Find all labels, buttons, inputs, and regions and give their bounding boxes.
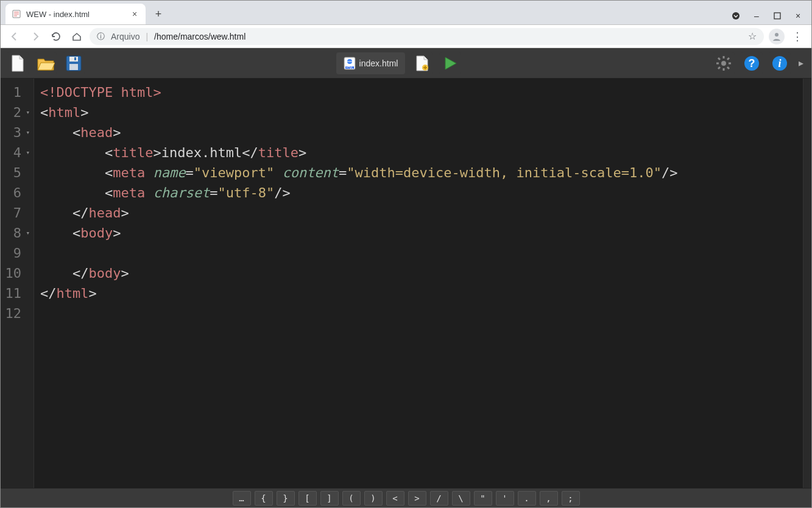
- line-number-gutter: 1 2 3 4 5 6 7 8 9 10 11 12: [1, 79, 34, 488]
- svg-rect-5: [69, 57, 78, 62]
- code-token: "viewport": [194, 165, 274, 180]
- url-path: /home/marcos/wew.html: [154, 32, 245, 41]
- browser-tabbar: WEW - index.html × + – ×: [1, 1, 811, 25]
- code-token: <: [105, 165, 113, 180]
- url-scheme-label: Arquivo: [111, 32, 139, 41]
- code-token: >: [121, 205, 129, 220]
- symbol-button[interactable]: }: [277, 491, 295, 506]
- code-token: meta: [113, 185, 145, 200]
- line-number: 11: [1, 283, 31, 303]
- svg-rect-7: [74, 57, 76, 60]
- code-token: </: [72, 205, 89, 220]
- line-number: 2: [1, 102, 31, 122]
- new-file-button[interactable]: [7, 52, 29, 74]
- code-token: index.html: [161, 145, 242, 160]
- tab-close-icon[interactable]: ×: [130, 9, 139, 19]
- reload-button[interactable]: [48, 29, 64, 44]
- url-separator: |: [146, 32, 148, 41]
- caret-down-icon[interactable]: [731, 11, 741, 21]
- code-token: =: [210, 185, 217, 200]
- symbol-button[interactable]: [: [298, 491, 317, 506]
- save-file-button[interactable]: [63, 52, 85, 74]
- code-token: <: [105, 185, 113, 200]
- forward-button[interactable]: [27, 29, 43, 44]
- svg-point-3: [775, 33, 778, 37]
- code-token: head: [80, 125, 113, 140]
- browser-menu-icon[interactable]: ⋮: [789, 29, 805, 44]
- symbol-button[interactable]: ;: [562, 491, 580, 506]
- code-token: body: [80, 225, 113, 241]
- svg-point-1: [732, 12, 740, 19]
- symbol-button[interactable]: ,: [540, 491, 558, 506]
- help-button[interactable]: ?: [741, 52, 763, 74]
- code-token: <!DOCTYPE html>: [40, 85, 161, 100]
- info-button[interactable]: i: [769, 52, 791, 74]
- line-number: 3: [1, 122, 31, 143]
- svg-text:i: i: [778, 57, 781, 69]
- code-token: "width=device-width, initial-scale=1.0": [347, 165, 662, 180]
- back-button[interactable]: [7, 29, 23, 44]
- code-token: >: [113, 225, 121, 241]
- svg-point-13: [721, 61, 726, 66]
- editor-file-tab-label: index.html: [359, 58, 398, 68]
- home-button[interactable]: [69, 29, 85, 44]
- code-editor[interactable]: 1 2 3 4 5 6 7 8 9 10 11 12 <!DOCTYPE htm…: [1, 79, 811, 488]
- symbol-button[interactable]: ): [364, 491, 383, 506]
- code-token: "utf-8": [217, 185, 274, 200]
- code-token: content: [282, 165, 339, 180]
- line-number: 7: [1, 203, 31, 223]
- vertical-scrollbar[interactable]: [803, 79, 811, 488]
- line-number: 9: [1, 243, 31, 263]
- minimize-button[interactable]: –: [752, 11, 761, 21]
- symbol-button[interactable]: ": [474, 491, 492, 506]
- symbol-button[interactable]: …: [233, 491, 251, 506]
- code-token: html: [48, 105, 80, 120]
- symbol-button[interactable]: ': [496, 491, 514, 506]
- code-token: >: [153, 145, 161, 160]
- symbol-button[interactable]: {: [255, 491, 273, 506]
- svg-rect-2: [774, 13, 780, 19]
- svg-text:HTML: HTML: [345, 66, 353, 69]
- settings-button[interactable]: [713, 52, 735, 74]
- code-token: </: [242, 145, 258, 160]
- svg-text:?: ?: [749, 57, 755, 69]
- new-tab-button[interactable]: +: [149, 5, 168, 23]
- open-file-button[interactable]: [35, 52, 57, 74]
- code-content[interactable]: <!DOCTYPE html> <html> <head> <title>ind…: [34, 79, 803, 488]
- run-button[interactable]: [439, 52, 461, 74]
- symbol-button[interactable]: >: [408, 491, 426, 506]
- code-token: <: [72, 225, 80, 241]
- symbol-button[interactable]: .: [518, 491, 536, 506]
- line-number: 12: [1, 303, 31, 323]
- profile-avatar-icon[interactable]: [769, 29, 785, 44]
- symbol-bar: … { } [ ] ( ) < > / \ " ' . , ;: [1, 488, 811, 507]
- editor-file-tab[interactable]: HTML index.html: [336, 52, 406, 74]
- close-window-button[interactable]: ×: [793, 11, 803, 21]
- symbol-button[interactable]: /: [430, 491, 448, 506]
- line-number: 5: [1, 163, 31, 183]
- symbol-button[interactable]: <: [386, 491, 404, 506]
- symbol-button[interactable]: ]: [320, 491, 339, 506]
- code-token: >: [121, 266, 129, 281]
- browser-tab-title: WEW - index.html: [26, 10, 90, 19]
- favicon-icon: [12, 9, 21, 19]
- toolbar-overflow-icon[interactable]: ▸: [797, 57, 805, 69]
- line-number: 6: [1, 183, 31, 203]
- browser-tab[interactable]: WEW - index.html ×: [5, 4, 146, 24]
- code-token: html: [57, 286, 89, 301]
- new-doc-action-button[interactable]: [411, 52, 433, 74]
- bookmark-star-icon[interactable]: ☆: [748, 30, 757, 42]
- code-token: </: [72, 266, 89, 281]
- url-input[interactable]: ⓘ Arquivo | /home/marcos/wew.html ☆: [90, 28, 764, 45]
- code-token: >: [88, 286, 96, 301]
- code-token: <: [105, 145, 113, 160]
- site-info-icon[interactable]: ⓘ: [97, 31, 105, 42]
- maximize-button[interactable]: [772, 11, 782, 21]
- code-token: >: [113, 125, 121, 140]
- code-token: </: [40, 286, 57, 301]
- code-token: >: [80, 105, 88, 120]
- symbol-button[interactable]: \: [452, 491, 470, 506]
- line-number: 10: [1, 263, 31, 283]
- code-token: />: [662, 165, 678, 180]
- symbol-button[interactable]: (: [342, 491, 361, 506]
